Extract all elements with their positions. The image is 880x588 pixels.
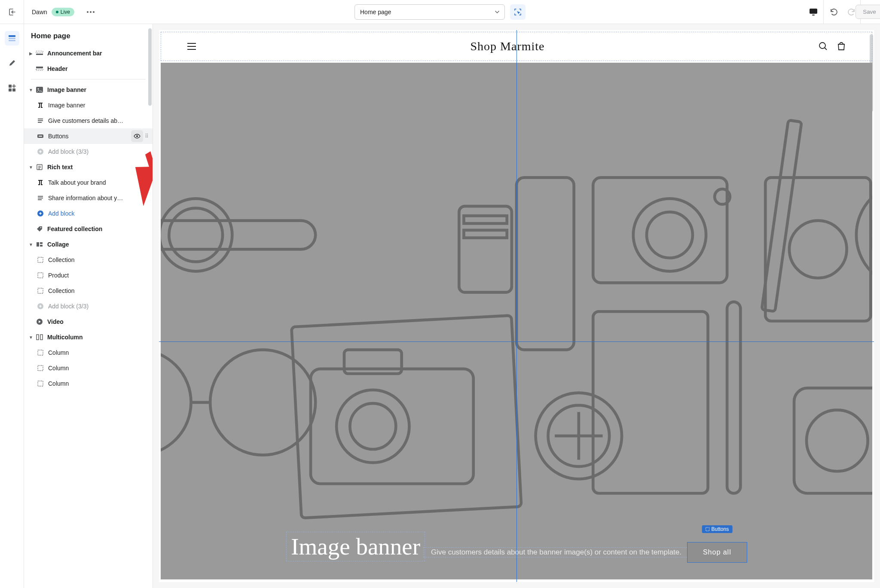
svg-rect-1 <box>812 15 815 15</box>
sections-rail-button[interactable] <box>5 31 19 46</box>
block-label: Buttons <box>48 133 131 140</box>
theme-settings-rail-button[interactable] <box>5 56 19 70</box>
section-collage[interactable]: ▼ Collage <box>24 237 153 252</box>
block-collection[interactable]: Collection <box>24 283 153 299</box>
placeholder-icon <box>36 271 45 280</box>
svg-rect-23 <box>40 245 43 247</box>
chevron-down-icon <box>495 10 499 14</box>
plus-circle-icon <box>36 209 45 218</box>
placeholder-icon <box>36 348 45 357</box>
add-block-disabled: Add block (3/3) <box>24 144 153 159</box>
block-text[interactable]: Give customers details ab… <box>24 113 153 128</box>
sidebar: Home page ▶ Announcement bar Header ▼ Im… <box>24 24 153 588</box>
svg-rect-67 <box>706 527 709 531</box>
search-icon[interactable] <box>819 42 828 51</box>
visibility-toggle[interactable] <box>131 130 143 142</box>
svg-point-34 <box>819 43 825 49</box>
bag-icon[interactable] <box>837 42 846 51</box>
page-selector[interactable]: Home page <box>354 4 505 20</box>
svg-rect-8 <box>36 51 43 53</box>
block-column[interactable]: Column <box>24 345 153 360</box>
hamburger-icon[interactable] <box>187 43 196 50</box>
svg-point-16 <box>136 135 138 137</box>
block-label: Product <box>48 272 149 279</box>
block-collection[interactable]: Collection <box>24 252 153 268</box>
save-button[interactable]: Save <box>856 5 880 19</box>
redo-icon <box>847 8 856 16</box>
block-label: Give customers details ab… <box>48 117 149 124</box>
section-label: Rich text <box>47 164 149 171</box>
exit-icon <box>8 8 16 16</box>
svg-rect-11 <box>36 69 43 70</box>
section-label: Image banner <box>47 86 149 93</box>
section-header[interactable]: Header <box>24 61 153 76</box>
section-featured-collection[interactable]: Featured collection <box>24 221 153 237</box>
section-rich-text[interactable]: ▼ Rich text <box>24 159 153 175</box>
plus-circle-icon <box>36 302 45 311</box>
section-image-banner[interactable]: ▼ Image banner <box>24 82 153 97</box>
desktop-icon <box>809 8 818 16</box>
header-icon <box>35 64 44 73</box>
block-heading[interactable]: Talk about your brand <box>24 175 153 190</box>
collage-icon <box>35 240 44 249</box>
store-name: Shop Marmite <box>471 40 545 53</box>
undo-icon <box>829 8 838 16</box>
svg-rect-5 <box>9 85 12 88</box>
block-text[interactable]: Share information about y… <box>24 190 153 206</box>
button-icon <box>36 132 45 140</box>
placeholder-icon <box>36 256 45 264</box>
vertical-guide <box>516 30 517 582</box>
block-heading[interactable]: Image banner <box>24 97 153 113</box>
preview-canvas: Shop Marmite <box>153 24 880 588</box>
section-label: Featured collection <box>47 225 149 232</box>
svg-rect-9 <box>36 54 43 55</box>
svg-rect-4 <box>9 40 15 41</box>
viewport-button[interactable] <box>804 0 823 24</box>
block-label: Share information about y… <box>48 195 149 201</box>
svg-rect-33 <box>38 381 43 386</box>
block-column[interactable]: Column <box>24 360 153 376</box>
placeholder-icon <box>36 379 45 388</box>
block-column[interactable]: Column <box>24 376 153 391</box>
svg-rect-30 <box>40 335 43 340</box>
placeholder-icon <box>36 364 45 372</box>
banner-title[interactable]: Image banner <box>291 533 420 560</box>
more-button[interactable] <box>82 11 99 13</box>
plus-circle-icon <box>36 147 45 156</box>
svg-rect-0 <box>810 9 817 14</box>
preview-frame[interactable]: Shop Marmite <box>159 30 874 582</box>
chevron-down-icon: ▼ <box>27 242 35 247</box>
section-video[interactable]: Video <box>24 314 153 329</box>
add-block[interactable]: Add block <box>24 206 153 221</box>
heading-icon <box>36 101 45 110</box>
chevron-right-icon: ▶ <box>27 51 35 56</box>
svg-rect-31 <box>38 350 43 355</box>
sidebar-title: Home page <box>24 24 153 46</box>
drag-handle[interactable]: ⠿ <box>145 133 149 139</box>
horizontal-guide <box>159 341 874 342</box>
inspector-button[interactable] <box>510 4 526 20</box>
section-announcement-bar[interactable]: ▶ Announcement bar <box>24 46 153 61</box>
dots-icon <box>87 11 95 13</box>
block-label: Talk about your brand <box>48 179 149 186</box>
section-label: Announcement bar <box>47 50 149 57</box>
block-product[interactable]: Product <box>24 268 153 283</box>
section-label: Collage <box>47 241 149 248</box>
tag-icon <box>35 225 44 233</box>
exit-button[interactable] <box>0 0 24 24</box>
text-icon <box>36 116 45 125</box>
svg-point-20 <box>40 227 41 228</box>
block-buttons[interactable]: Buttons ⠿ <box>24 128 153 144</box>
undo-button[interactable] <box>823 0 843 24</box>
chevron-down-icon: ▼ <box>27 88 35 92</box>
shop-all-button[interactable]: Shop all <box>688 542 747 562</box>
eye-icon <box>134 133 141 140</box>
block-label: Add block <box>48 210 149 217</box>
apps-rail-button[interactable] <box>5 81 19 95</box>
announcement-icon <box>35 49 44 58</box>
svg-rect-25 <box>38 273 43 278</box>
topbar: Dawn Live Home page Save <box>0 0 880 24</box>
block-label: Collection <box>48 256 149 263</box>
section-multicolumn[interactable]: ▼ Multicolumn <box>24 329 153 345</box>
columns-icon <box>35 333 44 341</box>
